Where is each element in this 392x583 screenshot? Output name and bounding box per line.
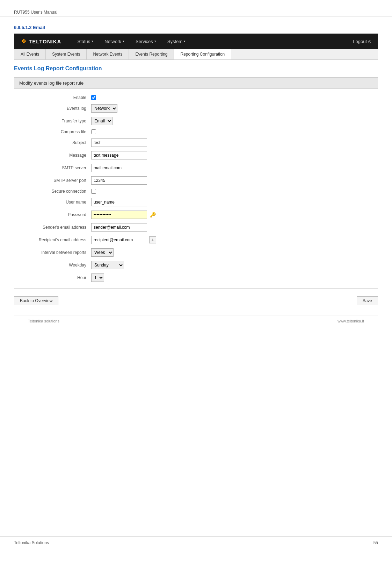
enable-control	[91, 95, 96, 100]
username-control	[91, 198, 147, 206]
page-footer: Teltonika solutions www.teltonika.lt	[14, 315, 378, 327]
username-label: User name	[21, 200, 91, 205]
username-row: User name	[21, 196, 371, 208]
interval-select[interactable]: Week Day Month	[91, 248, 114, 257]
weekday-row: Weekday Sunday Monday Tuesday Wednesday …	[21, 259, 371, 271]
transfer-type-row: Transfer type Email FTP SFTP	[21, 115, 371, 127]
secure-connection-row: Secure connection	[21, 187, 371, 196]
weekday-select[interactable]: Sunday Monday Tuesday Wednesday Thursday…	[91, 261, 124, 269]
recipient-email-control: +	[91, 236, 156, 244]
message-control	[91, 151, 147, 159]
recipient-email-row: Recipient's email address +	[21, 234, 371, 246]
doc-footer: Teltonika Solutions 55	[0, 536, 392, 549]
add-recipient-button[interactable]: +	[149, 236, 156, 243]
compress-file-control	[91, 129, 96, 134]
smtp-server-label: SMTP server	[21, 165, 91, 170]
transfer-type-control: Email FTP SFTP	[91, 117, 112, 125]
interval-row: Interval between reports Week Day Month	[21, 246, 371, 259]
subject-input[interactable]	[91, 138, 147, 147]
footer-right: www.teltonika.lt	[337, 319, 364, 323]
subject-control	[91, 138, 147, 147]
compress-file-row: Compress file	[21, 127, 371, 136]
section-link[interactable]: 6.9.5.1.2 Email	[14, 25, 45, 30]
button-row: Back to Overview Save	[14, 293, 378, 308]
section-heading: 6.9.5.1.2 Email	[0, 23, 392, 34]
transfer-type-label: Transfer type	[21, 119, 91, 123]
hour-row: Hour 1 2 3 4 5 6	[21, 271, 371, 284]
compress-file-checkbox[interactable]	[91, 129, 96, 134]
events-log-select[interactable]: Network System All	[91, 104, 117, 113]
weekday-label: Weekday	[21, 263, 91, 268]
page-title: Events Log Report Configuration	[14, 65, 378, 72]
form-section-header: Modify events log file report rule	[14, 78, 378, 89]
weekday-control: Sunday Monday Tuesday Wednesday Thursday…	[91, 261, 124, 269]
save-button[interactable]: Save	[357, 296, 378, 305]
password-control: 🔑	[91, 211, 157, 219]
secure-connection-checkbox[interactable]	[91, 189, 96, 194]
events-log-label: Events log	[21, 106, 91, 111]
chevron-down-icon: ▾	[154, 40, 156, 43]
brand: ❖ TELTONIKA	[21, 37, 61, 45]
chevron-down-icon: ▾	[184, 40, 186, 43]
brand-label: TELTONIKA	[29, 38, 61, 44]
interval-label: Interval between reports	[21, 250, 91, 255]
hour-control: 1 2 3 4 5 6	[91, 273, 104, 282]
logout-button[interactable]: Logout ⎋	[353, 39, 371, 44]
transfer-type-select[interactable]: Email FTP SFTP	[91, 117, 112, 125]
smtp-server-row: SMTP server	[21, 162, 371, 174]
doc-footer-left: Teltonika Solutions	[14, 540, 49, 545]
secure-connection-label: Secure connection	[21, 189, 91, 194]
nav-network[interactable]: Network ▾	[99, 34, 130, 49]
logout-icon: ⎋	[368, 39, 371, 44]
smtp-server-control	[91, 164, 147, 172]
smtp-port-label: SMTP server port	[21, 178, 91, 183]
hour-label: Hour	[21, 275, 91, 280]
footer-left: Teltonika solutions	[28, 319, 59, 323]
doc-header: RUT955 User's Manual	[0, 7, 392, 16]
tab-network-events[interactable]: Network Events	[87, 49, 129, 59]
password-row: Password 🔑	[21, 208, 371, 221]
compress-file-label: Compress file	[21, 129, 91, 134]
enable-checkbox[interactable]	[91, 95, 96, 100]
enable-row: Enable	[21, 93, 371, 102]
nav-system[interactable]: System ▾	[162, 34, 191, 49]
smtp-port-row: SMTP server port	[21, 174, 371, 187]
sender-email-label: Sender's email address	[21, 225, 91, 230]
form-section: Modify events log file report rule Enabl…	[14, 77, 378, 289]
nav-status[interactable]: Status ▾	[72, 34, 99, 49]
events-log-control: Network System All	[91, 104, 117, 113]
recipient-email-label: Recipient's email address	[21, 237, 91, 242]
tab-events-reporting[interactable]: Events Reporting	[129, 49, 174, 59]
subject-row: Subject	[21, 136, 371, 149]
message-row: Message	[21, 149, 371, 162]
back-to-overview-button[interactable]: Back to Overview	[14, 296, 58, 305]
sender-email-row: Sender's email address	[21, 221, 371, 234]
password-label: Password	[21, 212, 91, 217]
sender-email-control	[91, 223, 147, 232]
doc-footer-right: 55	[373, 540, 378, 545]
password-input[interactable]	[91, 211, 147, 219]
chevron-down-icon: ▾	[92, 40, 93, 43]
username-input[interactable]	[91, 198, 147, 206]
tab-system-events[interactable]: System Events	[46, 49, 87, 59]
tab-all-events[interactable]: All Events	[14, 49, 46, 59]
tab-bar: All Events System Events Network Events …	[14, 49, 378, 60]
doc-title: RUT955 User's Manual	[14, 10, 57, 15]
interval-control: Week Day Month	[91, 248, 114, 257]
tab-reporting-configuration[interactable]: Reporting Configuration	[174, 49, 231, 59]
smtp-server-input[interactable]	[91, 164, 147, 172]
events-log-row: Events log Network System All	[21, 102, 371, 115]
smtp-port-input[interactable]	[91, 176, 147, 185]
sender-email-input[interactable]	[91, 223, 147, 232]
enable-label: Enable	[21, 95, 91, 100]
smtp-port-control	[91, 176, 147, 185]
main-content: Events Log Report Configuration Modify e…	[14, 65, 378, 327]
message-input[interactable]	[91, 151, 147, 159]
secure-connection-control	[91, 189, 96, 194]
nav-items: Status ▾ Network ▾ Services ▾ System ▾	[72, 34, 353, 49]
chevron-down-icon: ▾	[123, 40, 124, 43]
recipient-email-input[interactable]	[91, 236, 147, 244]
show-password-icon[interactable]: 🔑	[149, 211, 157, 218]
nav-services[interactable]: Services ▾	[130, 34, 162, 49]
hour-select[interactable]: 1 2 3 4 5 6	[91, 273, 104, 282]
